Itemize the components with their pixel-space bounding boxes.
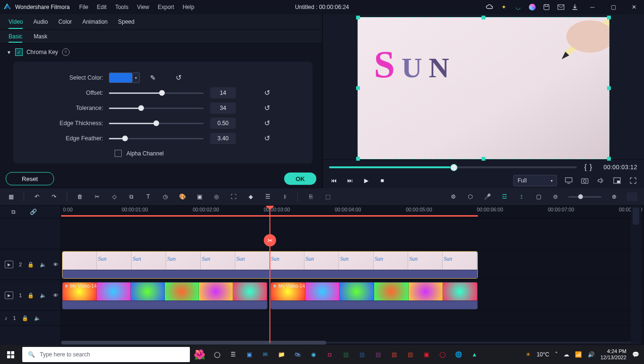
drop-icon[interactable]: ◆ xyxy=(246,192,255,201)
cortana-icon[interactable]: ☰ xyxy=(225,345,241,364)
chroma-enable-checkbox[interactable]: ✓ xyxy=(15,48,23,56)
tolerance-reset-icon[interactable]: ↺ xyxy=(262,104,272,112)
stop-button[interactable]: ■ xyxy=(377,176,387,185)
fit-icon[interactable] xyxy=(627,192,637,201)
menu-edit[interactable]: Edit xyxy=(97,4,107,10)
timeline-vscroll[interactable] xyxy=(633,208,639,225)
tray-chevron-icon[interactable]: ˄ xyxy=(555,351,558,358)
quality-select[interactable]: Full▾ xyxy=(513,175,557,186)
resize-handle[interactable] xyxy=(607,16,611,19)
alpha-checkbox[interactable] xyxy=(115,150,122,157)
tolerance-slider[interactable] xyxy=(109,103,204,113)
palette-icon[interactable]: 🎨 xyxy=(178,192,187,201)
video-track-1-header[interactable]: ▶1 🔒 🔈 👁 xyxy=(0,280,61,311)
eye-icon[interactable]: 👁 xyxy=(52,261,59,268)
tab-speed[interactable]: Speed xyxy=(118,18,134,25)
tracks-icon[interactable]: ⧉ xyxy=(11,209,16,215)
offset-reset-icon[interactable]: ↺ xyxy=(262,89,272,97)
magnet-icon[interactable]: ⟟ xyxy=(517,192,526,201)
minimize-button[interactable]: ─ xyxy=(585,0,599,14)
mic-icon[interactable]: 🎤 xyxy=(483,192,492,201)
opera-icon[interactable]: ◯ xyxy=(434,345,450,364)
store-icon[interactable]: 🛍 xyxy=(289,345,305,364)
resize-handle[interactable] xyxy=(482,16,485,19)
mark-out-button[interactable]: } xyxy=(590,163,592,172)
links-icon[interactable]: 🔗 xyxy=(30,209,37,215)
link-icon[interactable]: ⎘ xyxy=(306,192,315,201)
delete-icon[interactable]: 🗑 xyxy=(76,192,84,201)
settings-icon[interactable]: ☰ xyxy=(263,192,272,201)
mark-in-button[interactable]: { xyxy=(584,163,587,172)
menu-file[interactable]: File xyxy=(79,4,88,10)
eye-icon[interactable]: 👁 xyxy=(52,292,59,299)
preview-canvas[interactable]: SUN xyxy=(322,14,644,159)
cloud-icon[interactable] xyxy=(486,3,493,11)
reset-button[interactable]: Reset xyxy=(6,172,54,185)
edge-thickness-reset-icon[interactable]: ↺ xyxy=(262,119,272,127)
lock-icon[interactable]: 🔒 xyxy=(22,315,28,321)
shield-icon[interactable]: ⬡ xyxy=(466,192,474,201)
timeline-ruler[interactable]: 0:00 00:00:01:00 00:00:02:00 00:00:03:00… xyxy=(61,206,644,218)
prev-frame-button[interactable]: ⏮ xyxy=(329,176,339,185)
next-frame-button[interactable]: ⏭ xyxy=(345,176,355,185)
menu-tools[interactable]: Tools xyxy=(115,4,128,10)
split-scissors-icon[interactable]: ✂ xyxy=(264,234,276,246)
resize-handle[interactable] xyxy=(356,157,360,161)
taskbar-search[interactable]: 🔍 Type here to search xyxy=(22,347,190,362)
download-icon[interactable] xyxy=(571,3,579,11)
playhead[interactable] xyxy=(269,206,270,343)
clip-track1-b[interactable]: My Video-14 xyxy=(270,282,478,309)
mail-icon[interactable] xyxy=(557,3,564,11)
powerpoint-icon[interactable]: ▤ xyxy=(402,345,418,364)
offset-slider[interactable] xyxy=(109,88,204,98)
save-icon[interactable] xyxy=(543,3,550,11)
box-icon[interactable]: ▣ xyxy=(195,192,204,201)
edge-feather-reset-icon[interactable]: ↺ xyxy=(262,134,272,143)
resize-handle[interactable] xyxy=(607,86,611,90)
tray-volume-icon[interactable]: 🔊 xyxy=(588,351,595,358)
excel-icon[interactable]: ▤ xyxy=(338,345,354,364)
menu-view[interactable]: View xyxy=(137,4,149,10)
tag-icon[interactable]: ◇ xyxy=(110,192,118,201)
focus-icon[interactable]: ⛶ xyxy=(229,192,238,201)
color-swatch[interactable] xyxy=(109,73,133,83)
pip-icon[interactable] xyxy=(613,176,621,185)
snapshot-icon[interactable] xyxy=(581,176,589,185)
tray-clock[interactable]: 4:24 PM 12/13/2022 xyxy=(600,348,626,361)
select-color-reset-icon[interactable]: ↺ xyxy=(176,73,182,82)
clip-track1-a[interactable]: My Video-14 xyxy=(62,282,268,309)
edge-feather-slider[interactable] xyxy=(109,134,204,143)
speaker-icon[interactable]: 🔈 xyxy=(40,292,46,299)
tray-wifi-icon[interactable]: 📶 xyxy=(575,351,582,358)
app3-icon[interactable]: ▣ xyxy=(418,345,434,364)
task-view-icon[interactable]: ◯ xyxy=(209,345,225,364)
video-track-2-header[interactable]: ▶2 🔒 🔈 👁 xyxy=(0,249,61,280)
preview-video[interactable]: SUN xyxy=(358,17,609,159)
target-icon[interactable]: ◎ xyxy=(212,192,221,201)
crop-icon[interactable]: ⧉ xyxy=(127,192,135,201)
edge-icon[interactable]: ◉ xyxy=(305,345,322,364)
edge-feather-value[interactable]: 3.40 xyxy=(210,133,236,144)
app-icon[interactable]: ▣ xyxy=(241,345,257,364)
mail-app-icon[interactable]: ✉ xyxy=(257,345,273,364)
preview-scrubber[interactable] xyxy=(329,166,577,168)
resize-handle[interactable] xyxy=(607,157,611,161)
instagram-icon[interactable]: ◘ xyxy=(322,345,338,364)
explorer-icon[interactable]: 📁 xyxy=(273,345,289,364)
speaker-icon[interactable]: 🔈 xyxy=(34,315,41,321)
weather-icon[interactable]: ☀ xyxy=(526,351,531,358)
avatar-icon[interactable] xyxy=(528,3,536,11)
resize-handle[interactable] xyxy=(482,157,485,161)
speaker-icon[interactable]: 🔈 xyxy=(40,261,46,268)
color-dropdown-icon[interactable]: ▾ xyxy=(133,73,140,83)
menu-export[interactable]: Export xyxy=(158,4,174,10)
word-icon[interactable]: ▤ xyxy=(354,345,370,364)
resize-handle[interactable] xyxy=(356,16,360,19)
close-button[interactable]: ✕ xyxy=(627,0,641,14)
edge-thickness-slider[interactable] xyxy=(109,118,204,128)
fullscreen-icon[interactable] xyxy=(629,176,637,185)
redo-icon[interactable]: ↷ xyxy=(50,192,58,201)
play-button[interactable]: ▶ xyxy=(361,176,371,185)
cut-icon[interactable]: ✂ xyxy=(93,192,101,201)
marker-icon[interactable]: ▢ xyxy=(534,192,543,201)
